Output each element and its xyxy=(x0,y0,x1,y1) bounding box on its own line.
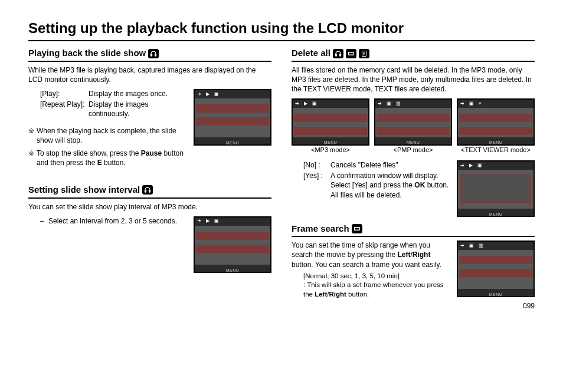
lcd-menu-label: MENU xyxy=(324,140,338,144)
caption-pmp: <PMP mode> xyxy=(374,146,452,154)
dash-icon: – xyxy=(40,216,48,226)
heading-frame-search: Frame search xyxy=(292,223,535,237)
svg-rect-15 xyxy=(354,230,359,231)
frame-search-range: [Normal, 30 sec, 1, 3, 5, 10 min] xyxy=(303,272,451,281)
text-icon xyxy=(359,49,369,58)
svg-rect-1 xyxy=(155,54,156,56)
intro-text: All files stored on the memory card will… xyxy=(292,65,535,94)
lcd-figure-interval: ➔▶▣ MENU xyxy=(194,216,271,273)
intro-text: You can set the slide show play interval… xyxy=(28,202,271,212)
opt-play-val: Display the images once. xyxy=(89,89,168,98)
bullet-2: To stop the slide show, press the Pause … xyxy=(37,149,188,167)
page-number: 099 xyxy=(28,301,535,311)
opt-repeat-val: Display the images continuously. xyxy=(89,100,188,118)
interval-note: Select an interval from 2, 3 or 5 second… xyxy=(48,216,177,226)
svg-rect-14 xyxy=(354,227,359,228)
frame-search-intro: You can set the time of skip range when … xyxy=(292,241,451,269)
lcd-menu-label: MENU xyxy=(489,292,503,297)
svg-rect-3 xyxy=(149,190,150,193)
heading-playback-slideshow: Playing back the slide show xyxy=(28,47,271,61)
svg-rect-4 xyxy=(335,54,336,56)
heading-slideshow-interval: Setting slide show interval xyxy=(28,184,271,198)
lcd-figure-mp3-mode: ➔▶▣ MENU xyxy=(292,98,369,146)
intro-text: While the MP3 file is playing back, capt… xyxy=(28,65,271,84)
lcd-figure-pmp-mode: ➔▣▥ MENU xyxy=(374,98,452,146)
lcd-figure-frame-search: ➔▣▥ MENU xyxy=(457,241,535,297)
headphones-icon xyxy=(333,49,343,58)
asterisk-icon: ※ xyxy=(28,126,37,145)
video-icon xyxy=(352,224,362,233)
left-column: Playing back the slide show While the MP… xyxy=(28,47,271,299)
svg-rect-7 xyxy=(348,52,353,53)
headphones-icon xyxy=(142,185,153,195)
opt-repeat-key: [Repeat Play]: xyxy=(40,100,89,118)
svg-rect-0 xyxy=(151,54,152,56)
lcd-figure-slideshow: ➔▶▣ MENU xyxy=(194,89,271,146)
asterisk-icon: ※ xyxy=(28,149,37,167)
caption-mp3: <MP3 mode> xyxy=(292,146,369,154)
lcd-menu-label: MENU xyxy=(226,268,240,272)
opt-yes-val: A confirmation window will display. Sele… xyxy=(330,171,451,200)
lcd-menu-label: MENU xyxy=(489,212,503,216)
heading-text: Setting slide show interval xyxy=(28,184,140,196)
headphones-icon xyxy=(148,49,159,58)
lcd-menu-label: MENU xyxy=(489,140,503,144)
svg-rect-5 xyxy=(339,54,341,56)
heading-text: Delete all xyxy=(292,47,330,59)
svg-rect-8 xyxy=(348,54,353,55)
page-title: Setting up the playback function using t… xyxy=(28,19,535,41)
right-column: Delete all All files stored on the memor… xyxy=(292,47,535,299)
video-icon xyxy=(346,49,356,58)
opt-no-key: [No] : xyxy=(303,160,330,170)
opt-no-val: Cancels "Delete files" xyxy=(330,160,451,170)
lcd-figure-delete-confirm: ➔▶▣ MENU xyxy=(457,160,535,217)
opt-yes-key: [Yes] : xyxy=(303,171,330,200)
heading-delete-all: Delete all xyxy=(292,47,535,61)
heading-text: Frame search xyxy=(292,223,349,235)
frame-search-range-desc: : This will skip a set frame whenever yo… xyxy=(303,281,451,299)
svg-rect-2 xyxy=(145,190,146,193)
opt-play-key: [Play]: xyxy=(40,89,89,98)
lcd-menu-label: MENU xyxy=(407,140,420,144)
caption-text: <TEXT VIEWER mode> xyxy=(457,146,535,154)
bullet-1: When the playing back is complete, the s… xyxy=(37,126,188,145)
heading-text: Playing back the slide show xyxy=(28,47,146,59)
lcd-menu-label: MENU xyxy=(226,141,240,145)
lcd-figure-text-mode: ➔▣≡ MENU xyxy=(457,98,535,146)
